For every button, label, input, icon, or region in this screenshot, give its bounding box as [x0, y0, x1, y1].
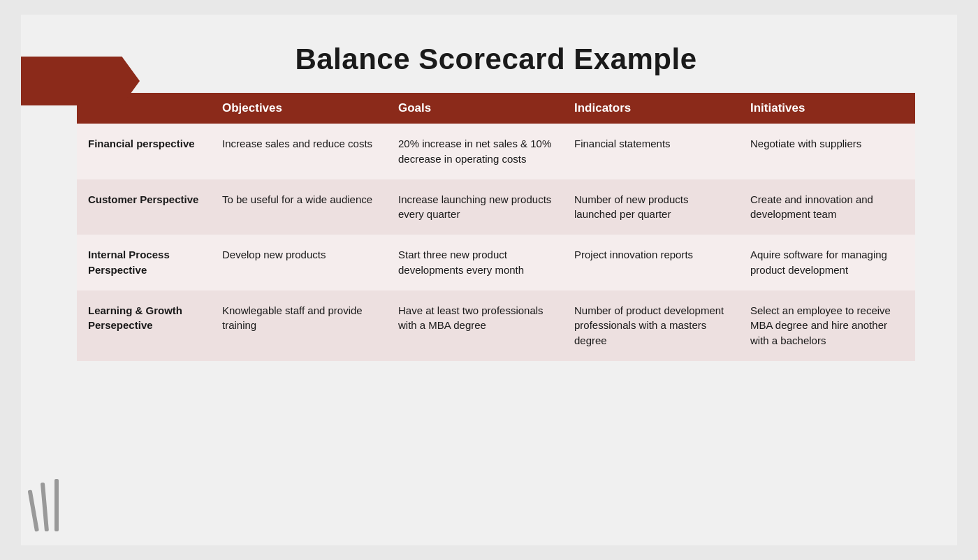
col-header-goals: Goals	[387, 93, 563, 124]
cell-indicators: Number of new products launched per quar…	[563, 179, 739, 235]
cell-perspective: Financial perspective	[77, 124, 211, 179]
cell-perspective: Internal Process Perspective	[77, 235, 211, 290]
cell-initiatives: Aquire software for managing product dev…	[739, 235, 915, 290]
cell-objectives: Develop new products	[211, 235, 387, 290]
deco-line-2	[41, 482, 49, 531]
table-header-row: Objectives Goals Indicators Initiatives	[77, 93, 915, 124]
deco-line-1	[28, 489, 39, 531]
cell-indicators: Project innovation reports	[563, 235, 739, 290]
table-row: Customer PerspectiveTo be useful for a w…	[77, 179, 915, 235]
cell-objectives: Knowlegable staff and provide training	[211, 290, 387, 361]
cell-goals: Increase launching new products every qu…	[387, 179, 563, 235]
cell-initiatives: Create and innovation and development te…	[739, 179, 915, 235]
scorecard-table-wrapper: Objectives Goals Indicators Initiatives …	[77, 93, 915, 524]
col-header-initiatives: Initiatives	[739, 93, 915, 124]
scorecard-table: Objectives Goals Indicators Initiatives …	[77, 93, 915, 361]
cell-perspective: Customer Perspective	[77, 179, 211, 235]
table-row: Financial perspectiveIncrease sales and …	[77, 124, 915, 179]
cell-indicators: Financial statements	[563, 124, 739, 179]
deco-line-3	[54, 479, 59, 531]
col-header-objectives: Objectives	[211, 93, 387, 124]
cell-goals: Have at least two professionals with a M…	[387, 290, 563, 361]
table-row: Learning & Growth PersepectiveKnowlegabl…	[77, 290, 915, 361]
left-arrow-decoration	[21, 57, 140, 105]
cell-goals: Start three new product developments eve…	[387, 235, 563, 290]
cell-perspective: Learning & Growth Persepective	[77, 290, 211, 361]
cell-objectives: Increase sales and reduce costs	[211, 124, 387, 179]
slide-title: Balance Scorecard Example	[77, 43, 915, 76]
col-header-indicators: Indicators	[563, 93, 739, 124]
slide: Balance Scorecard Example Objectives Goa…	[21, 15, 957, 545]
table-row: Internal Process PerspectiveDevelop new …	[77, 235, 915, 290]
cell-initiatives: Select an employee to receive MBA degree…	[739, 290, 915, 361]
cell-objectives: To be useful for a wide audience	[211, 179, 387, 235]
cell-initiatives: Negotiate with suppliers	[739, 124, 915, 179]
cell-goals: 20% increase in net sales & 10% decrease…	[387, 124, 563, 179]
cell-indicators: Number of product development profession…	[563, 290, 739, 361]
decorative-lines	[35, 476, 70, 531]
